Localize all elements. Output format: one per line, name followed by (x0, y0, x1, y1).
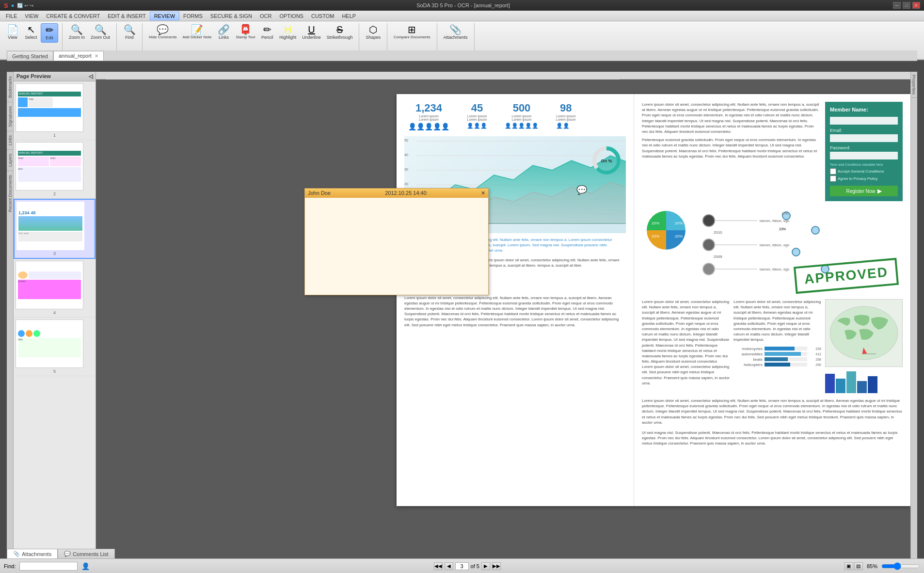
zoom-in-icon: 🔍 (71, 25, 83, 34)
stat-500: 500 Lorem ipsumLorem ipsum 👤👤👤👤👤 (505, 102, 539, 129)
compare-documents-button[interactable]: ⊞ Compare Documents (391, 23, 433, 41)
stat-1234-label: Lorem ipsumLorem ipsum (408, 114, 449, 121)
status-left: Find: 👤 (4, 562, 90, 571)
view-button[interactable]: 📄 View (4, 23, 21, 42)
agree-checkbox[interactable] (830, 175, 836, 182)
tab-close-icon[interactable]: ✕ (95, 53, 98, 59)
edit-button[interactable]: ✏ Edit (41, 23, 58, 43)
menu-forms[interactable]: FORMS (179, 12, 207, 20)
right-lorem-p2: Pellentesque euismod gravida sollicitudi… (642, 137, 820, 159)
page-thumb-5[interactable]: data 5 (14, 318, 96, 376)
page-thumb-4[interactable]: content 4 (14, 259, 96, 318)
attachments-button[interactable]: 📎 Attachments (441, 23, 470, 42)
maximize-button[interactable]: □ (903, 2, 910, 9)
bar-boats-value: 268 (809, 358, 821, 361)
page-preview-collapse[interactable]: ◁ (89, 73, 93, 80)
menu-view[interactable]: VIEW (21, 12, 42, 20)
zoom-in-button[interactable]: 🔍 Zoom In (66, 23, 87, 42)
bar-boats: boats 268 (733, 357, 821, 362)
vtab-recent-documents[interactable]: Recent Documents (7, 171, 13, 216)
comment-datetime: 2012.10.25 14:40 (385, 190, 427, 196)
thumb-img-1: ANNUAL REPORT map chart (16, 83, 83, 132)
bottom-tab-attachments[interactable]: 📎 Attachments (7, 549, 58, 558)
shapes-button[interactable]: ⬡ Shapes (363, 23, 383, 42)
links-button[interactable]: 🔗 Links (215, 23, 232, 42)
gauge-chart: On % (592, 146, 621, 175)
pie-chart-area: 20% 20% 20% 20% (642, 206, 695, 294)
right-bottom-lorem: Lorem ipsum dolor sit amet, consectetur … (642, 398, 903, 425)
add-sticker-note-button[interactable]: 📝 Add Sticker Note (180, 23, 214, 41)
find-button[interactable]: 🔍 Find (121, 23, 138, 42)
terms-text: Term and Conditions viewable here (830, 163, 898, 166)
email-input[interactable] (830, 134, 898, 142)
middle-section: 20% 20% 20% 20% (642, 206, 903, 294)
underline-icon: U (308, 25, 315, 34)
thumb-num-3: 3 (16, 251, 93, 256)
vtab-links[interactable]: Links (7, 131, 13, 149)
stamp-tool-button[interactable]: 📮 Stamp Tool (233, 23, 257, 41)
svg-text:banner, ribbon, sign: banner, ribbon, sign (760, 268, 790, 271)
zoom-out-button[interactable]: 🔍 Zoom Out (88, 23, 112, 42)
close-button[interactable]: ✕ (912, 2, 920, 9)
view-double-button[interactable]: ▤ (854, 562, 863, 570)
comment-close-button[interactable]: ✕ (481, 190, 485, 196)
menu-help[interactable]: HELP (338, 12, 360, 20)
bar-automobiles-fill (765, 352, 801, 356)
nav-next-button[interactable]: ▶ (481, 562, 490, 570)
pencil-button[interactable]: ✏ Pencil (258, 23, 276, 42)
left-bottom-lorem: Lorem ipsum dolor sit amet, consectetur … (404, 295, 626, 328)
vtab-layers[interactable]: Layers (7, 149, 13, 171)
menu-create-convert[interactable]: CREATE & CONVERT (42, 12, 104, 20)
member-name-input[interactable] (830, 117, 898, 125)
menu-edit-insert[interactable]: EDIT & INSERT (104, 12, 149, 20)
page-thumb-3[interactable]: 1,234 45 chart form area 3 (14, 199, 96, 259)
nav-first-button[interactable]: ◀◀ (434, 562, 443, 570)
register-label: Register Now (846, 189, 875, 194)
attachments-icon: 📎 (449, 25, 462, 34)
tab-annual-report[interactable]: annual_report ✕ (53, 51, 104, 61)
view-single-button[interactable]: ▣ (844, 562, 853, 570)
svg-text:20%: 20% (675, 234, 683, 239)
menu-options[interactable]: OPTIONS (275, 12, 307, 20)
page-thumb-2[interactable]: ANNUAL REPORT chart chart data 2 (14, 140, 96, 199)
menu-custom[interactable]: CUSTOM (307, 12, 338, 20)
comment-balloon-icon: 💬 (576, 185, 587, 195)
menu-secure-sign[interactable]: SECURE & SIGN (207, 12, 256, 20)
zoom-slider[interactable] (881, 562, 920, 570)
svg-text:20%: 20% (652, 221, 659, 225)
bottom-tab-comments-list[interactable]: 💬 Comments List (58, 549, 114, 558)
find-input[interactable] (19, 562, 78, 571)
bar-helicopters-label: helicopters (733, 363, 763, 367)
member-name-label: Member Name: (830, 107, 898, 112)
register-button[interactable]: Register Now ▶ (830, 186, 898, 196)
stats-row: 1,234 Lorem ipsumLorem ipsum 👤👤👤👤👤 45 Lo… (404, 102, 626, 130)
menu-review[interactable]: REVIEW (150, 12, 179, 20)
svg-point-21 (703, 263, 715, 275)
doc-viewer[interactable]: /* ruler ticks */ 1,234 Lorem ipsumLorem… (96, 72, 910, 558)
vtab-signatures[interactable]: Signatures (7, 102, 13, 131)
hide-comments-button[interactable]: 💬 Hide Comments (146, 23, 179, 41)
password-input[interactable] (830, 152, 898, 159)
menu-ocr[interactable]: OCR (256, 12, 275, 20)
nav-prev-button[interactable]: ◀ (445, 562, 453, 570)
page-thumb-1[interactable]: ANNUAL REPORT map chart 1 (14, 81, 96, 140)
accept-checkbox[interactable] (830, 168, 836, 175)
nav-last-button[interactable]: ▶▶ (492, 562, 501, 570)
svg-text:2009: 2009 (714, 255, 722, 259)
tab-getting-started[interactable]: Getting Started (7, 51, 53, 61)
vtab-properties[interactable]: Properties (911, 72, 917, 98)
right-top-section: Lorem ipsum dolor sit amet, consectetur … (642, 102, 903, 201)
vtab-bookmarks[interactable]: Bookmarks (7, 72, 13, 102)
page-navigation: ◀◀ ◀ of 5 ▶ ▶▶ (434, 562, 501, 570)
underline-button[interactable]: U Underline (300, 23, 323, 42)
page-of-label: of 5 (471, 563, 479, 569)
strikethrough-button[interactable]: S Strikethrough (324, 23, 355, 42)
bar-boats-fill (765, 357, 788, 361)
current-page-input[interactable] (455, 562, 469, 570)
menu-file[interactable]: FILE (2, 12, 21, 20)
bar-helicopters: helicopters 290 (733, 363, 821, 367)
highlight-button[interactable]: H Highlight (277, 23, 299, 42)
minimize-button[interactable]: ─ (893, 2, 901, 9)
page-preview-list[interactable]: ANNUAL REPORT map chart 1 ANNUAL REPORT (14, 81, 96, 558)
select-button[interactable]: ↖ Select (22, 23, 40, 42)
